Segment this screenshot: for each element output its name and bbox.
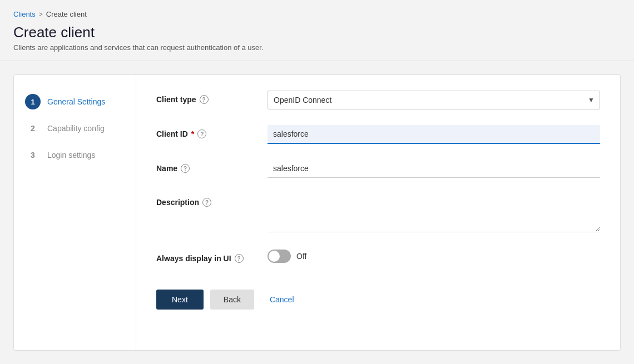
step-item-3: 3 Login settings — [14, 142, 136, 168]
step-number-1: 1 — [25, 94, 41, 109]
cancel-button[interactable]: Cancel — [261, 290, 303, 310]
name-control — [268, 159, 600, 178]
description-row: Description ? — [156, 193, 600, 234]
client-type-row: Client type ? OpenID Connect SAML OAuth … — [156, 91, 600, 109]
always-display-control: Off — [268, 250, 600, 263]
client-id-label: Client ID * ? — [156, 125, 268, 138]
client-id-help-icon[interactable]: ? — [197, 129, 206, 138]
step-number-2: 2 — [25, 121, 41, 136]
step-label-2: Capability config — [47, 124, 105, 133]
client-id-control — [268, 125, 600, 144]
toggle-state-label: Off — [296, 252, 306, 261]
main-content: 1 General Settings 2 Capability config 3… — [0, 61, 634, 364]
back-button[interactable]: Back — [210, 290, 254, 310]
name-help-icon[interactable]: ? — [181, 164, 190, 173]
name-input[interactable] — [268, 159, 600, 178]
breadcrumb-current: Create client — [46, 10, 87, 18]
always-display-row: Always display in UI ? Off — [156, 250, 600, 263]
client-id-row: Client ID * ? — [156, 125, 600, 144]
client-type-control: OpenID Connect SAML OAuth 2.0 ▼ — [268, 91, 600, 109]
toggle-knob — [269, 251, 280, 262]
description-label: Description ? — [156, 193, 268, 207]
form-footer: Next Back Cancel — [156, 290, 600, 310]
step-item-2: 2 Capability config — [14, 115, 136, 142]
client-id-input[interactable] — [268, 125, 600, 144]
page-wrapper: Clients > Create client Create client Cl… — [0, 0, 634, 364]
page-title: Create client — [13, 24, 621, 41]
card: 1 General Settings 2 Capability config 3… — [13, 74, 621, 351]
always-display-label: Always display in UI ? — [156, 250, 268, 263]
page-subtitle: Clients are applications and services th… — [13, 43, 621, 52]
sidebar: 1 General Settings 2 Capability config 3… — [14, 75, 136, 350]
client-type-label: Client type ? — [156, 91, 268, 104]
step-number-3: 3 — [25, 147, 41, 163]
next-button[interactable]: Next — [156, 290, 204, 310]
breadcrumb-bar: Clients > Create client — [0, 0, 634, 18]
step-label-3: Login settings — [47, 151, 95, 159]
form-area: Client type ? OpenID Connect SAML OAuth … — [136, 75, 620, 350]
step-label-1: General Settings — [47, 97, 105, 106]
breadcrumb-separator: > — [39, 11, 43, 18]
name-label: Name ? — [156, 159, 268, 173]
breadcrumb-parent-link[interactable]: Clients — [13, 10, 36, 18]
step-item-1[interactable]: 1 General Settings — [14, 88, 136, 115]
client-type-select-wrapper: OpenID Connect SAML OAuth 2.0 ▼ — [268, 91, 600, 109]
required-indicator: * — [191, 129, 194, 138]
name-row: Name ? — [156, 159, 600, 178]
always-display-help-icon[interactable]: ? — [235, 254, 244, 263]
description-control — [268, 193, 600, 234]
client-type-help-icon[interactable]: ? — [200, 95, 209, 104]
description-input[interactable] — [268, 193, 600, 232]
always-display-toggle[interactable] — [268, 250, 291, 263]
breadcrumb: Clients > Create client — [13, 10, 621, 18]
client-type-select[interactable]: OpenID Connect SAML OAuth 2.0 — [268, 91, 600, 109]
page-title-section: Create client Clients are applications a… — [0, 18, 634, 61]
toggle-row: Off — [268, 250, 600, 263]
description-help-icon[interactable]: ? — [202, 198, 211, 207]
